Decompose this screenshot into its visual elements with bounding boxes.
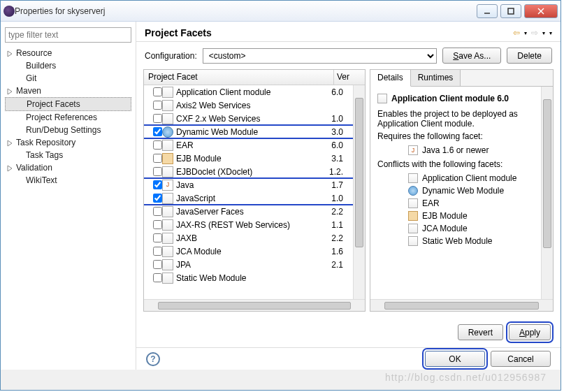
tree-item[interactable]: Git xyxy=(5,72,131,85)
tree-item[interactable]: Validation xyxy=(5,161,131,174)
facet-checkbox[interactable] xyxy=(153,247,162,256)
revert-button[interactable]: Revert xyxy=(458,324,503,340)
config-select[interactable]: <custom> xyxy=(203,48,438,64)
forward-icon[interactable]: ⇨ xyxy=(531,28,538,38)
facet-checkbox[interactable] xyxy=(153,233,162,242)
facet-row[interactable]: JavaServer Faces2.2 xyxy=(144,205,353,218)
dropdown-icon[interactable]: ▾ xyxy=(524,30,527,36)
tree-item[interactable]: WikiText xyxy=(5,174,131,187)
doc-icon xyxy=(162,166,173,177)
tab-runtimes[interactable]: Runtimes xyxy=(411,70,461,86)
facet-checkbox[interactable] xyxy=(153,220,162,229)
tree-item[interactable]: Task Tags xyxy=(5,149,131,161)
tree-item[interactable]: Run/Debug Settings xyxy=(5,124,131,136)
details-tabs: Details Runtimes xyxy=(370,70,553,87)
tree-item[interactable]: Resource xyxy=(5,47,131,59)
facet-checkbox[interactable] xyxy=(153,167,162,176)
delete-button[interactable]: Delete xyxy=(507,48,552,64)
facet-checkbox[interactable] xyxy=(153,87,162,96)
tree-item[interactable]: Project Facets xyxy=(5,97,131,111)
help-icon[interactable]: ? xyxy=(146,352,160,366)
filter-input[interactable] xyxy=(5,27,131,43)
svg-marker-5 xyxy=(8,89,12,94)
conflicts-heading: Conflicts with the following facets: xyxy=(377,159,534,169)
save-as-button[interactable]: Save As... xyxy=(442,48,501,64)
facet-row[interactable]: Axis2 Web Services xyxy=(144,99,353,112)
vertical-scrollbar[interactable] xyxy=(353,85,365,299)
facet-row[interactable]: JAX-RS (REST Web Services)1.1 xyxy=(144,218,353,231)
doc-icon xyxy=(162,246,173,257)
facet-row[interactable]: JJava1.7 xyxy=(144,178,353,191)
col-version[interactable]: Ver xyxy=(334,70,365,85)
tree-item-label: Builders xyxy=(26,61,56,71)
facet-label: JAXB xyxy=(176,233,319,243)
maximize-button[interactable] xyxy=(500,4,521,18)
facet-checkbox[interactable] xyxy=(153,180,162,189)
facet-icon xyxy=(408,224,418,233)
col-facet[interactable]: Project Facet xyxy=(144,70,334,85)
facet-row[interactable]: CXF 2.x Web Services1.0 xyxy=(144,112,353,125)
facet-row[interactable]: JPA2.1 xyxy=(144,258,353,271)
tree-item[interactable]: Builders xyxy=(5,59,131,72)
close-button[interactable] xyxy=(524,4,558,18)
facet-version: 1.2. xyxy=(319,167,350,177)
facet-label: JPA xyxy=(176,260,319,270)
facet-table: Project Facet Ver Application Client mod… xyxy=(143,69,366,312)
facet-body: Project Facet Ver Application Client mod… xyxy=(136,69,561,317)
horizontal-scrollbar[interactable] xyxy=(144,299,365,311)
facet-label: JCA Module xyxy=(176,247,319,256)
expand-icon[interactable] xyxy=(6,87,13,94)
main-panel: Project Facets ⇦▾ ⇨▾ ▾ Configuration: <c… xyxy=(136,22,561,370)
facet-row[interactable]: EJBDoclet (XDoclet)1.2. xyxy=(144,165,353,178)
minimize-button[interactable] xyxy=(477,4,498,18)
doc-icon xyxy=(162,193,173,204)
facet-row[interactable]: EJB Module3.1 xyxy=(144,152,353,165)
facet-checkbox[interactable] xyxy=(153,140,162,150)
facet-checkbox[interactable] xyxy=(153,101,162,110)
details-scrollbar[interactable] xyxy=(541,87,553,299)
doc-icon xyxy=(162,233,173,244)
facet-label: JAX-RS (REST Web Services) xyxy=(176,220,319,230)
window-title: Properties for skyserverj xyxy=(15,6,474,16)
facet-checkbox[interactable] xyxy=(153,260,162,269)
facet-row[interactable]: Static Web Module xyxy=(144,271,353,284)
back-icon[interactable]: ⇦ xyxy=(513,28,520,38)
svg-marker-4 xyxy=(8,51,12,57)
facet-checkbox[interactable] xyxy=(153,114,162,123)
dropdown-icon[interactable]: ▾ xyxy=(542,30,545,36)
expand-icon[interactable] xyxy=(6,164,13,171)
doc-icon xyxy=(162,113,173,124)
tab-details[interactable]: Details xyxy=(370,70,411,87)
tree-item-label: Run/Debug Settings xyxy=(26,125,101,135)
expand-icon[interactable] xyxy=(6,50,13,57)
facet-checkbox[interactable] xyxy=(153,194,162,203)
facet-checkbox[interactable] xyxy=(153,127,162,136)
facet-version: 1.6 xyxy=(319,247,350,256)
facet-version: 2.2 xyxy=(319,207,350,217)
tree-item[interactable]: Task Repository xyxy=(5,136,131,149)
facet-row[interactable]: Dynamic Web Module3.0 xyxy=(144,125,353,138)
facet-row[interactable]: JCA Module1.6 xyxy=(144,245,353,258)
facet-row[interactable]: JavaScript1.0 xyxy=(144,191,353,205)
conflict-item: Dynamic Web Module xyxy=(408,184,534,197)
apply-button[interactable]: Apply xyxy=(509,324,551,340)
facet-checkbox[interactable] xyxy=(153,154,162,163)
tree-item[interactable]: Maven xyxy=(5,85,131,97)
cancel-button[interactable]: Cancel xyxy=(491,351,551,367)
tree-item[interactable]: Project References xyxy=(5,111,131,124)
facet-checkbox[interactable] xyxy=(153,273,162,282)
facet-row[interactable]: JAXB2.2 xyxy=(144,231,353,245)
menu-icon[interactable]: ▾ xyxy=(549,30,552,36)
facet-label: EJB Module xyxy=(176,154,319,164)
module-icon xyxy=(377,94,387,103)
expand-icon[interactable] xyxy=(6,139,13,146)
facet-row[interactable]: EAR6.0 xyxy=(144,138,353,152)
tree-item-label: WikiText xyxy=(26,175,57,185)
ok-button[interactable]: OK xyxy=(425,351,485,367)
facet-label: EAR xyxy=(176,140,319,150)
tree-item-label: Resource xyxy=(16,48,52,58)
facet-checkbox[interactable] xyxy=(153,207,162,216)
details-h-scrollbar[interactable] xyxy=(370,299,553,311)
facet-row[interactable]: Application Client module6.0 xyxy=(144,85,353,99)
svg-marker-6 xyxy=(8,140,12,146)
